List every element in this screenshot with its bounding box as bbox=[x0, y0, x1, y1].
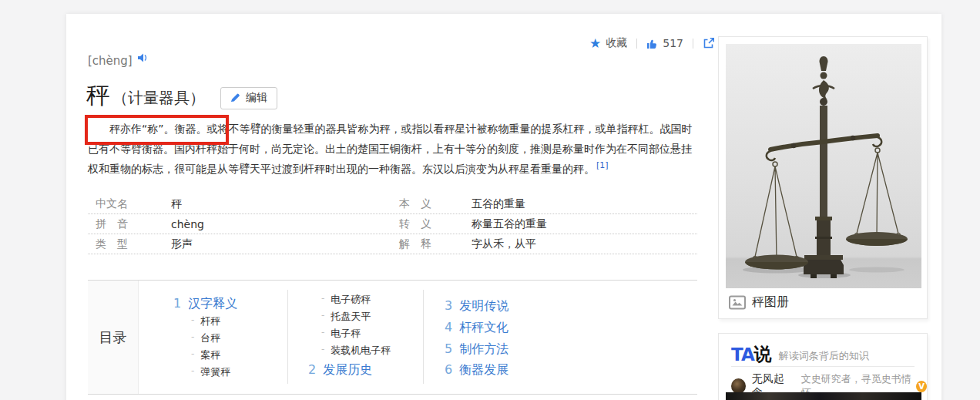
album-card: 秤图册 bbox=[718, 36, 928, 319]
infobox-label: 本 义 bbox=[399, 197, 472, 211]
toc-section-number: 4 bbox=[445, 320, 452, 336]
infobox-label: 类 型 bbox=[96, 237, 171, 251]
toc-subitem[interactable]: - 电子磅秤 bbox=[321, 293, 371, 307]
album-link[interactable]: 秤图册 bbox=[729, 294, 789, 311]
picture-icon bbox=[729, 295, 746, 310]
page-title-qualifier: （计量器具） bbox=[112, 88, 205, 109]
toc-section-number: 5 bbox=[445, 341, 452, 358]
toc-subitem-label: 托盘天平 bbox=[331, 310, 371, 324]
speaker-icon[interactable] bbox=[137, 52, 148, 63]
toc-subitem[interactable]: - 装载机电子秤 bbox=[321, 344, 391, 358]
divider bbox=[731, 366, 915, 367]
title-row: 秤 （计量器具） 编辑 bbox=[86, 79, 277, 112]
tashuo-subtitle: 解读词条背后的知识 bbox=[779, 349, 869, 363]
toc-section-3[interactable]: 3 发明传说 bbox=[445, 298, 508, 314]
toc-subitem-label: 案秤 bbox=[200, 348, 220, 362]
toc-subitem[interactable]: - 台秤 bbox=[191, 331, 220, 345]
album-label: 秤图册 bbox=[752, 294, 789, 311]
toc-subitem-label: 弹簧秤 bbox=[200, 365, 230, 379]
toc-section-title: 制作方法 bbox=[459, 341, 508, 358]
toc-section-number: 1 bbox=[173, 296, 181, 312]
infobox-row: 中文名 秤 本 义 五谷的重量 bbox=[88, 194, 697, 214]
pencil-icon bbox=[230, 92, 240, 103]
toc-section-1[interactable]: 1 汉字释义 bbox=[173, 296, 237, 312]
page-title: 秤 bbox=[86, 79, 111, 112]
toc-section-number: 2 bbox=[308, 362, 316, 378]
toc-section-2[interactable]: 2 发展历史 bbox=[308, 362, 372, 378]
toc-subitem-label: 装载机电子秤 bbox=[331, 344, 391, 358]
action-bar: ★ 收藏 517 39 bbox=[589, 35, 733, 51]
dash-bullet: - bbox=[321, 293, 324, 307]
author-avatar bbox=[731, 378, 746, 394]
dash-bullet: - bbox=[321, 310, 324, 324]
toc-section-5[interactable]: 5 制作方法 bbox=[445, 341, 508, 358]
share-icon bbox=[703, 37, 715, 49]
infobox-label: 中文名 bbox=[96, 197, 171, 211]
infobox-value: 五谷的重量 bbox=[472, 197, 697, 211]
toc-subitem[interactable]: - 电子秤 bbox=[321, 327, 361, 341]
divider bbox=[287, 290, 288, 384]
favorite-button[interactable]: ★ 收藏 bbox=[589, 36, 627, 50]
toc-section-title: 杆秤文化 bbox=[459, 320, 508, 336]
dash-bullet: - bbox=[191, 365, 194, 379]
verified-badge-icon: V bbox=[916, 381, 927, 392]
divider bbox=[636, 39, 637, 49]
toc-subitem-label: 杆秤 bbox=[200, 314, 220, 328]
summary-paragraph: 秤亦作“称”。衡器。或将不等臂的衡量轻重的器具皆称为秤，或指以看秤星计被称物重量… bbox=[88, 119, 699, 179]
divider bbox=[693, 39, 693, 49]
pinyin-text: [chèng] bbox=[88, 54, 133, 68]
toc-label: 目录 bbox=[88, 281, 139, 394]
like-count: 517 bbox=[663, 37, 683, 49]
infobox-label: 拼 音 bbox=[96, 217, 171, 231]
toc-section-4[interactable]: 4 杆秤文化 bbox=[445, 320, 508, 336]
toc-section-title: 发展历史 bbox=[323, 362, 372, 378]
infobox-value: 秤 bbox=[171, 197, 399, 211]
toc-subitem-label: 电子秤 bbox=[331, 327, 361, 341]
dash-bullet: - bbox=[191, 331, 194, 345]
toc-subitem[interactable]: - 案秤 bbox=[191, 348, 220, 362]
infobox: 中文名 秤 本 义 五谷的重量 拼 音 chèng 转 义 称量五谷的重量 类 … bbox=[88, 194, 697, 254]
infobox-label: 转 义 bbox=[399, 217, 472, 231]
toc-subitem-label: 台秤 bbox=[200, 331, 220, 345]
toc-section-title: 发明传说 bbox=[459, 298, 508, 314]
balance-scale-image bbox=[726, 44, 921, 288]
toc-subitem[interactable]: - 弹簧秤 bbox=[191, 365, 230, 379]
infobox-row: 类 型 形声 解 释 字从禾，从平 bbox=[88, 234, 697, 254]
dash-bullet: - bbox=[191, 314, 194, 328]
dash-bullet: - bbox=[321, 344, 324, 358]
divider bbox=[423, 290, 424, 384]
toc-section-number: 6 bbox=[445, 362, 452, 378]
tashuo-article-thumbnail[interactable] bbox=[726, 392, 921, 400]
infobox-value: 字从禾，从平 bbox=[472, 237, 697, 251]
infobox-label: 解 释 bbox=[399, 237, 472, 251]
edit-button[interactable]: 编辑 bbox=[220, 87, 277, 109]
dash-bullet: - bbox=[191, 348, 194, 362]
reference-link[interactable]: [1] bbox=[596, 160, 609, 170]
table-of-contents: 目录 1 汉字释义 - 杆秤 - 台秤 - 案秤 - 弹簧秤 - 电子磅秤 bbox=[88, 280, 697, 395]
tashuo-logo-ta: TA bbox=[731, 345, 754, 365]
favorite-label: 收藏 bbox=[606, 36, 627, 50]
pronunciation-row: [chèng] bbox=[88, 54, 148, 68]
baike-page: ★ 收藏 517 39 [chèng] 秤 （计量器具） bbox=[0, 0, 980, 400]
toc-subitem[interactable]: - 杆秤 bbox=[191, 314, 220, 328]
toc-section-title: 衡器发展 bbox=[459, 362, 508, 378]
tashuo-logo-shuo: 说 bbox=[754, 342, 772, 366]
edit-label: 编辑 bbox=[246, 91, 267, 105]
toc-subitem[interactable]: - 托盘天平 bbox=[321, 310, 371, 324]
toc-section-number: 3 bbox=[445, 298, 452, 314]
toc-section-6[interactable]: 6 衡器发展 bbox=[445, 362, 508, 378]
infobox-value: 形声 bbox=[171, 237, 399, 251]
tashuo-card: TA 说 解读词条背后的知识 无风起念 文史研究者，寻觅史书情怀 V bbox=[718, 333, 928, 400]
thumbs-up-icon bbox=[646, 38, 658, 49]
summary-highlighted-text: 秤亦作“称”。衡器。 bbox=[109, 123, 207, 135]
toc-section-title: 汉字释义 bbox=[188, 296, 237, 312]
tashuo-header: TA 说 解读词条背后的知识 bbox=[731, 342, 869, 366]
dash-bullet: - bbox=[321, 327, 324, 341]
infobox-value: chèng bbox=[171, 218, 399, 230]
infobox-row: 拼 音 chèng 转 义 称量五谷的重量 bbox=[88, 214, 697, 234]
star-icon: ★ bbox=[589, 37, 601, 50]
toc-subitem-label: 电子磅秤 bbox=[331, 293, 371, 307]
like-button[interactable]: 517 bbox=[646, 37, 683, 49]
scale-photo[interactable] bbox=[726, 44, 921, 288]
infobox-value: 称量五谷的重量 bbox=[472, 217, 697, 231]
